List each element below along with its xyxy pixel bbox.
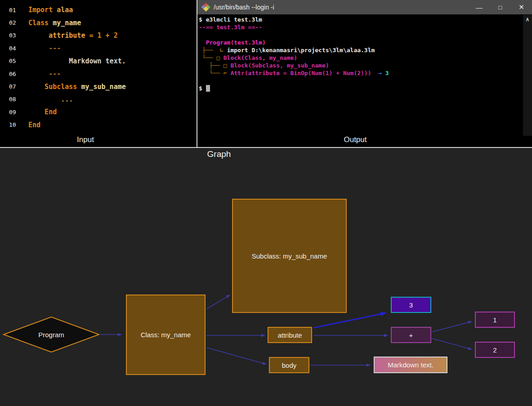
graph-node-subclass: Subclass: my_sub_name: [232, 199, 347, 313]
line-number: 04: [9, 45, 28, 52]
line-number: 01: [9, 7, 28, 13]
code-line: 10End: [0, 119, 197, 131]
graph-node-plus: +: [391, 327, 431, 343]
maximize-button[interactable]: □: [490, 0, 511, 14]
line-number: 03: [9, 32, 28, 39]
terminal-line: [199, 77, 523, 85]
terminal-line: $: [199, 85, 523, 93]
code-line: 01Import alaa: [0, 4, 197, 16]
input-pane: 01Import alaa02Class my_name03 attribute…: [0, 0, 197, 147]
terminal-line: ├── □ Block(Subclass, my_sub_name): [199, 62, 523, 70]
code-text: End: [28, 108, 57, 116]
code-line: 09 End: [0, 106, 197, 118]
line-number: 09: [9, 109, 28, 116]
edge-attribute-three: [314, 313, 386, 328]
code-text: Class my_name: [28, 19, 81, 27]
edge-class-body: [206, 348, 266, 364]
graph-node-class: Class: my_name: [126, 294, 206, 375]
output-pane: /usr/bin/bash --login -i — □ ✕ $ e3lmcli…: [197, 0, 532, 147]
terminal-line: [199, 31, 523, 39]
terminal-cursor: [206, 85, 210, 92]
input-pane-label: Input: [0, 135, 171, 144]
code-line: 07 Subclass my_sub_name: [0, 80, 197, 93]
code-text: ---: [28, 44, 61, 52]
terminal-line: Program(test.3lm): [199, 39, 523, 47]
line-number: 02: [9, 19, 28, 26]
terminal-line: --== test.3lm ==--: [199, 24, 523, 31]
code-text: Subclass my_sub_name: [28, 83, 126, 91]
terminal-line: ├── ∟ import D:\kenanmasri\projects\3lm\…: [199, 47, 523, 54]
code-text: ---: [28, 70, 61, 78]
graph-node-three: 3: [391, 297, 431, 313]
minimize-button[interactable]: —: [469, 0, 490, 14]
app-window: 01Import alaa02Class my_name03 attribute…: [0, 0, 532, 406]
terminal-title: /usr/bin/bash --login -i: [214, 4, 469, 11]
code-line: 03 attribute = 1 + 2: [0, 29, 197, 42]
graph-node-attribute: attribute: [268, 327, 312, 343]
bash-app-icon: [201, 3, 210, 11]
close-button[interactable]: ✕: [511, 0, 532, 14]
code-line: 02Class my_name: [0, 16, 197, 29]
graph-node-body: body: [269, 357, 309, 373]
terminal-body[interactable]: $ e3lmcli test.3lm--== test.3lm ==-- Pro…: [197, 15, 523, 137]
edge-plus-two: [432, 339, 472, 349]
terminal-titlebar[interactable]: /usr/bin/bash --login -i — □ ✕: [197, 0, 532, 14]
code-text: attribute = 1 + 2: [28, 31, 118, 40]
graph-node-program: Program: [15, 330, 87, 339]
code-line: 04 ---: [0, 42, 197, 54]
graph-panel: Graph Program Class: my_name Subcl: [0, 148, 532, 406]
line-number: 08: [9, 96, 28, 103]
terminal-scrollbar[interactable]: ∧: [523, 15, 532, 136]
code-editor[interactable]: 01Import alaa02Class my_name03 attribute…: [0, 0, 197, 138]
line-number: 10: [9, 121, 28, 128]
code-line: 05 Markdown text.: [0, 55, 197, 67]
code-text: Markdown text.: [28, 57, 126, 65]
line-number: 07: [9, 83, 28, 90]
code-text: End: [28, 121, 40, 129]
code-line: 06 ---: [0, 67, 197, 80]
scroll-up-icon[interactable]: ∧: [526, 16, 530, 22]
edge-plus-one: [432, 321, 472, 332]
line-number: 05: [9, 58, 28, 64]
output-pane-label: Output: [197, 135, 513, 144]
code-line: 08 ...: [0, 93, 197, 106]
graph-node-markdown: Markdown text.: [374, 357, 447, 373]
window-controls: — □ ✕: [469, 0, 532, 14]
edge-class-subclass: [207, 295, 230, 309]
terminal-line: └── ⌐ Attr(attribute = BinOp(Num(1) + Nu…: [199, 70, 523, 77]
graph-node-one: 1: [475, 312, 515, 328]
terminal-line: $ e3lmcli test.3lm: [199, 16, 523, 24]
line-number: 06: [9, 71, 28, 77]
code-text: Import alaa: [28, 6, 73, 14]
code-text: ...: [28, 95, 73, 103]
graph-node-two: 2: [475, 342, 515, 358]
terminal-line: └── □ Block(Class, my_name): [199, 54, 523, 62]
